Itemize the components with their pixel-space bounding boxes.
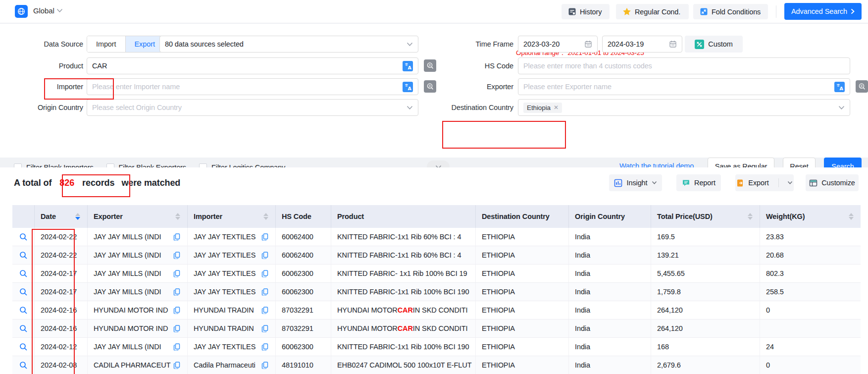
copy-icon[interactable] [261, 270, 268, 277]
row-detail-button[interactable] [12, 246, 35, 264]
tag-remove-icon[interactable]: ✕ [554, 104, 559, 111]
copy-icon[interactable] [173, 343, 180, 351]
search-form: Optional range： 2021-01-01 to 2024-03-25… [0, 24, 868, 158]
custom-timeframe-button[interactable]: Custom [685, 36, 743, 53]
insight-button[interactable]: Insight [609, 174, 662, 191]
export-button[interactable]: Export [735, 174, 794, 191]
export-toggle[interactable]: Export [126, 36, 164, 52]
copy-icon[interactable] [261, 288, 268, 296]
row-detail-button[interactable] [12, 265, 35, 282]
copy-icon[interactable] [261, 233, 268, 241]
copy-icon[interactable] [173, 270, 180, 277]
fold-conditions-button[interactable]: Fold Conditions [693, 4, 768, 19]
region-selector-label[interactable]: Global [33, 6, 54, 15]
exact-match-icon[interactable] [856, 80, 868, 93]
cell-total-price: 169.5 [651, 228, 760, 246]
destination-country-select[interactable]: Ethiopia✕ [518, 99, 850, 116]
search-icon[interactable] [19, 269, 28, 278]
origin-country-select[interactable]: Please select Origin Country [87, 99, 418, 116]
search-icon[interactable] [19, 288, 28, 296]
advanced-search-button[interactable]: Advanced Search [784, 3, 862, 20]
table-row: 2024-02-12JAY JAY MILLS (INDIJAY JAY TEX… [12, 338, 861, 356]
search-icon[interactable] [19, 306, 28, 315]
hs-code-input[interactable]: Please enter more than 4 customs codes [518, 57, 850, 74]
sort-carets-icon[interactable] [175, 213, 180, 220]
row-detail-button[interactable] [12, 228, 35, 246]
cell-product: KNITTED FABRIC-1x1 Rib 100% BCI 190 [331, 338, 476, 356]
copy-icon[interactable] [173, 362, 180, 369]
translate-icon[interactable]: A [403, 61, 413, 71]
sort-carets-icon[interactable] [263, 213, 268, 220]
copy-icon[interactable] [173, 233, 180, 241]
column-header-label: Weight(KG) [766, 213, 805, 220]
search-icon[interactable] [19, 343, 28, 351]
column-header-origin-country: Origin Country [569, 205, 651, 228]
cell-total-price: 5,455.65 [651, 265, 760, 282]
column-header-importer[interactable]: Importer [188, 205, 276, 228]
column-header-label: Importer [194, 213, 222, 220]
copy-icon[interactable] [261, 252, 268, 259]
column-header-weight-kg-[interactable]: Weight(KG) [760, 205, 861, 228]
cell-origin-country: India [569, 301, 651, 319]
copy-icon[interactable] [173, 325, 180, 332]
copy-icon[interactable] [173, 307, 180, 314]
copy-icon[interactable] [173, 288, 180, 296]
chevron-down-icon [407, 42, 413, 47]
app-logo[interactable] [15, 5, 28, 18]
history-button[interactable]: History [562, 4, 610, 19]
cell-weight: 23.83 [760, 228, 861, 246]
row-detail-button[interactable] [12, 320, 35, 337]
cell-total-price: 264,120 [651, 320, 760, 337]
importer-input[interactable]: Please enter Importer name A [87, 78, 418, 95]
origin-country-placeholder: Please select Origin Country [92, 104, 182, 111]
date-from-input[interactable]: 2023-03-20 [518, 36, 598, 53]
column-header-label: HS Code [282, 213, 311, 220]
search-icon[interactable] [19, 324, 28, 333]
row-detail-button[interactable] [12, 338, 35, 356]
copy-icon[interactable] [261, 307, 268, 314]
cell-origin-country: India [569, 356, 651, 374]
report-button[interactable]: Report [676, 174, 721, 191]
column-header-total-price-usd-[interactable]: Total Price(USD) [651, 205, 760, 228]
copy-icon[interactable] [261, 343, 268, 351]
row-detail-button[interactable] [12, 283, 35, 301]
translate-icon[interactable]: A [834, 82, 845, 92]
date-to-input[interactable]: 2024-03-19 [602, 36, 682, 53]
destination-country-tag[interactable]: Ethiopia✕ [523, 103, 562, 113]
sort-carets-icon[interactable] [748, 213, 753, 220]
sort-carets-icon[interactable] [75, 213, 80, 220]
copy-icon[interactable] [261, 362, 268, 369]
import-toggle[interactable]: Import [87, 36, 126, 52]
data-sources-select-value: 80 data sources selected [165, 40, 244, 48]
cell-date: 2024-02-17 [35, 265, 88, 282]
row-detail-button[interactable] [12, 301, 35, 319]
data-source-label: Data Source [0, 36, 83, 53]
destination-country-label: Destination Country [430, 99, 513, 116]
search-icon[interactable] [19, 233, 28, 241]
column-header-exporter[interactable]: Exporter [88, 205, 188, 228]
customize-button-label: Customize [821, 179, 855, 187]
row-detail-button[interactable] [12, 356, 35, 374]
report-button-label: Report [694, 179, 715, 187]
regular-cond-button[interactable]: Regular Cond. [616, 4, 689, 19]
column-header-date[interactable]: Date [35, 205, 88, 228]
chevron-down-icon[interactable] [56, 8, 63, 13]
translate-icon[interactable]: A [403, 82, 413, 92]
table-row: 2024-02-17JAY JAY MILLS (INDIJAY JAY TEX… [12, 283, 861, 301]
copy-icon[interactable] [173, 252, 180, 259]
product-label: Product [0, 57, 83, 74]
sort-carets-icon[interactable] [849, 213, 854, 220]
search-icon[interactable] [19, 251, 28, 260]
search-icon[interactable] [19, 361, 28, 370]
data-sources-select[interactable]: 80 data sources selected [159, 36, 418, 53]
copy-icon[interactable] [261, 325, 268, 332]
exporter-input[interactable]: Please enter Exporter name A [518, 78, 850, 95]
table-header-row: DateExporterImporterHS CodeProductDestin… [12, 205, 861, 228]
chevron-down-icon[interactable] [787, 181, 793, 185]
cell-weight [760, 320, 861, 337]
cell-date: 2024-02-12 [35, 338, 88, 356]
customize-button[interactable]: Customize [806, 174, 859, 191]
importer-placeholder: Please enter Importer name [92, 83, 180, 91]
cell-total-price: 1,759.8 [651, 283, 760, 301]
product-input[interactable]: CAR A [87, 57, 418, 74]
